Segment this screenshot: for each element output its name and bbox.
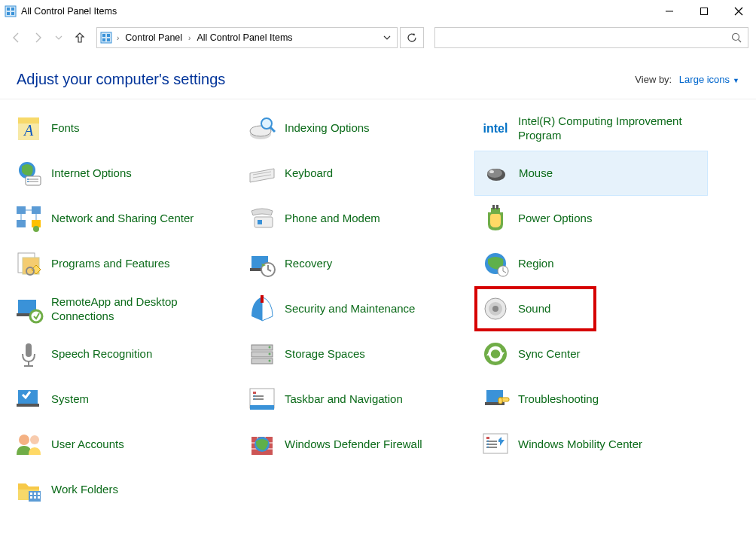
control-panel-item[interactable]: Network and Sharing Center xyxy=(8,196,241,241)
back-button[interactable] xyxy=(8,29,26,47)
item-label: System xyxy=(51,392,89,407)
view-by-select[interactable]: Large icons▼ xyxy=(679,74,739,85)
control-panel-item[interactable]: RemoteApp and Desktop Connections xyxy=(8,286,241,331)
svg-point-33 xyxy=(489,170,494,173)
svg-point-85 xyxy=(30,435,39,444)
item-label: Security and Maintenance xyxy=(285,301,415,316)
svg-point-100 xyxy=(487,447,489,448)
breadcrumb-seg-1[interactable]: Control Panel xyxy=(123,31,184,44)
svg-point-32 xyxy=(487,169,502,178)
item-label: Windows Mobility Center xyxy=(518,437,642,452)
svg-text:A: A xyxy=(23,122,34,139)
control-panel-item[interactable]: Taskbar and Navigation xyxy=(241,377,474,422)
control-panel-item[interactable]: User Accounts xyxy=(8,422,241,467)
refresh-button[interactable] xyxy=(400,27,424,48)
svg-rect-2 xyxy=(11,8,14,11)
control-panel-item[interactable]: Programs and Features xyxy=(8,241,241,286)
svg-point-28 xyxy=(27,181,29,182)
control-panel-item[interactable]: Keyboard xyxy=(241,151,474,196)
view-by-label: View by: Large icons▼ xyxy=(635,74,739,85)
svg-point-98 xyxy=(487,441,489,442)
minimize-button[interactable] xyxy=(652,0,687,23)
item-label: Taskbar and Navigation xyxy=(285,392,403,407)
power-icon xyxy=(480,203,511,233)
control-panel-item[interactable]: AFonts xyxy=(8,105,241,151)
svg-rect-75 xyxy=(253,392,256,394)
svg-rect-45 xyxy=(496,205,498,209)
control-panel-item[interactable]: Power Options xyxy=(474,196,708,241)
svg-rect-83 xyxy=(498,398,502,404)
svg-rect-106 xyxy=(34,496,36,499)
close-button[interactable] xyxy=(721,0,756,23)
svg-rect-6 xyxy=(701,8,708,15)
svg-rect-102 xyxy=(30,493,32,495)
item-label: Work Folders xyxy=(51,482,118,497)
control-panel-item[interactable]: Windows Defender Firewall xyxy=(241,422,474,467)
search-icon[interactable] xyxy=(725,32,748,43)
address-bar[interactable]: › Control Panel › All Control Panel Item… xyxy=(96,27,398,48)
svg-rect-11 xyxy=(107,34,110,37)
svg-rect-104 xyxy=(38,493,40,495)
chevron-right-icon[interactable]: › xyxy=(187,34,192,42)
storage-icon xyxy=(247,339,277,369)
phone-icon xyxy=(247,203,277,233)
svg-rect-71 xyxy=(18,390,38,404)
control-panel-item[interactable]: Security and Maintenance xyxy=(241,286,474,331)
svg-rect-36 xyxy=(17,220,26,227)
svg-rect-103 xyxy=(34,493,36,495)
control-panel-item[interactable]: Speech Recognition xyxy=(8,331,241,377)
recent-dropdown[interactable] xyxy=(50,29,68,47)
control-panel-item[interactable]: Region xyxy=(474,241,708,286)
keyboard-icon xyxy=(247,158,277,188)
search-input[interactable] xyxy=(435,32,725,44)
control-panel-item[interactable]: Indexing Options xyxy=(241,105,474,151)
item-label: Windows Defender Firewall xyxy=(285,437,422,452)
svg-point-19 xyxy=(261,118,272,129)
svg-point-27 xyxy=(27,178,29,180)
up-button[interactable] xyxy=(71,29,89,47)
firewall-icon xyxy=(247,429,277,459)
content-header: Adjust your computer's settings View by:… xyxy=(0,53,756,99)
control-panel-item[interactable]: Troubleshooting xyxy=(474,377,708,422)
control-panel-item[interactable]: Mouse xyxy=(474,151,708,196)
item-label: Sync Center xyxy=(518,346,581,361)
control-panel-item[interactable]: Storage Spaces xyxy=(241,331,474,377)
security-icon xyxy=(247,294,277,324)
control-panel-item[interactable]: intelIntel(R) Computing Improvement Prog… xyxy=(474,105,708,151)
control-panel-item[interactable]: Windows Mobility Center xyxy=(474,422,708,467)
forward-button[interactable] xyxy=(29,29,47,47)
control-panel-item[interactable]: Sync Center xyxy=(474,331,708,377)
svg-rect-74 xyxy=(250,405,274,410)
system-icon xyxy=(14,384,44,414)
svg-rect-107 xyxy=(38,496,40,499)
window-titlebar: All Control Panel Items xyxy=(0,0,756,23)
svg-point-14 xyxy=(733,34,739,41)
remote-icon xyxy=(14,294,44,324)
address-icon xyxy=(100,32,112,44)
network-icon xyxy=(14,203,44,233)
control-panel-item[interactable]: Internet Options xyxy=(8,151,241,196)
svg-rect-61 xyxy=(26,343,32,357)
svg-rect-44 xyxy=(492,205,495,209)
item-label: User Accounts xyxy=(51,437,124,452)
fonts-icon: A xyxy=(14,113,44,143)
svg-rect-105 xyxy=(30,496,32,499)
control-panel-item[interactable]: Work Folders xyxy=(8,467,241,512)
control-panel-item[interactable]: System xyxy=(8,377,241,422)
workfolders-icon xyxy=(14,474,44,505)
svg-point-69 xyxy=(269,360,271,362)
control-panel-item[interactable]: Phone and Modem xyxy=(241,196,474,241)
mouse-icon xyxy=(481,158,511,188)
items-grid: AFontsIndexing OptionsintelIntel(R) Comp… xyxy=(0,99,756,518)
chevron-right-icon[interactable]: › xyxy=(115,34,120,42)
item-label: Fonts xyxy=(51,120,80,136)
search-box[interactable] xyxy=(434,27,748,48)
breadcrumb-seg-2[interactable]: All Control Panel Items xyxy=(195,31,294,44)
svg-point-68 xyxy=(269,353,271,355)
internet-icon xyxy=(14,158,44,188)
item-label: Sound xyxy=(518,301,550,316)
control-panel-item[interactable]: Recovery xyxy=(241,241,474,286)
svg-rect-4 xyxy=(11,12,14,15)
address-dropdown[interactable] xyxy=(380,34,394,41)
maximize-button[interactable] xyxy=(687,0,721,23)
